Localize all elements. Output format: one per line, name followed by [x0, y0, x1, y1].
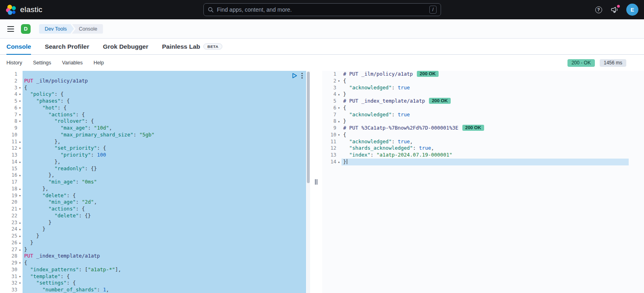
fold-close-icon[interactable]: ▴	[17, 233, 23, 239]
fold-close-icon[interactable]: ▴	[17, 226, 23, 233]
editor-line[interactable]: 27▴}	[0, 246, 310, 253]
editor-line[interactable]: 24▴ }	[0, 226, 310, 233]
kibana-dev-tools-console: elastic Find apps, content, and more. / …	[0, 0, 644, 293]
line-number: 4	[14, 91, 17, 98]
settings-button[interactable]: Settings	[33, 60, 51, 66]
fold-open-icon[interactable]: ▾	[17, 145, 23, 152]
fold-close-icon[interactable]: ▴	[336, 159, 342, 165]
tab-console[interactable]: Console	[6, 39, 31, 54]
line-gutter: 24▴	[0, 226, 23, 233]
help-button[interactable]: ?	[594, 5, 603, 14]
breadcrumb-dev-tools[interactable]: Dev Tools	[39, 24, 74, 34]
help-link-button[interactable]: Help	[93, 60, 104, 66]
editor-line[interactable]: 31▾ "template": {	[0, 273, 310, 280]
fold-open-icon[interactable]: ▾	[17, 260, 23, 266]
editor-line[interactable]: 21▾ "actions": {	[0, 206, 310, 213]
editor-line[interactable]: 28PUT _index_template/a1atp	[0, 253, 310, 260]
user-avatar[interactable]: E	[626, 4, 638, 16]
editor-line[interactable]: 23▴ }	[0, 219, 310, 226]
fold-close-icon[interactable]: ▴	[336, 91, 342, 98]
fold-open-icon[interactable]: ▾	[17, 111, 23, 118]
line-gutter: 8▾	[0, 118, 23, 125]
fold-open-icon[interactable]: ▾	[17, 91, 23, 98]
editor-scrollbar-thumb[interactable]	[307, 72, 310, 183]
tab-grok-debugger[interactable]: Grok Debugger	[103, 39, 148, 54]
fold-close-icon[interactable]: ▴	[336, 118, 342, 125]
line-gutter: 16▴	[0, 172, 23, 179]
editor-line[interactable]: 14▴ },	[0, 159, 310, 165]
editor-line[interactable]: 16▴ },	[0, 172, 310, 179]
fold-open-icon[interactable]: ▾	[17, 273, 23, 280]
editor-line[interactable]: 7▾ "actions": {	[0, 111, 310, 118]
space-avatar[interactable]: D	[21, 24, 31, 34]
editor-scrollbar[interactable]	[306, 71, 310, 293]
tab-search-profiler[interactable]: Search Profiler	[45, 39, 89, 54]
editor-line[interactable]: 18▴ },	[0, 186, 310, 192]
fold-open-icon[interactable]: ▾	[17, 98, 23, 105]
news-button[interactable]	[610, 5, 619, 14]
fold-close-icon[interactable]: ▴	[17, 219, 23, 226]
editor-line[interactable]: 30 "index_patterns": ["a1atp-*"],	[0, 266, 310, 273]
fold-close-icon[interactable]: ▴	[17, 138, 23, 145]
line-number: 24	[12, 226, 17, 233]
line-gutter: 14▴	[0, 159, 23, 165]
fold-open-icon[interactable]: ▾	[336, 105, 342, 111]
editor-line[interactable]: 29▾{	[0, 260, 310, 266]
line-gutter: 13	[322, 152, 342, 159]
line-number: 22	[12, 213, 17, 219]
breadcrumb-console[interactable]: Console	[72, 24, 103, 34]
editor-line[interactable]: 2PUT _ilm/policy/a1atp	[0, 78, 310, 85]
output-line: 11 "acknowledged": true,	[322, 138, 644, 145]
line-number: 14	[331, 159, 336, 165]
editor-line[interactable]: 15 "readonly": {}	[0, 165, 310, 172]
fold-close-icon[interactable]: ▴	[17, 246, 23, 253]
editor-line[interactable]: 17 "min_age": "0ms"	[0, 179, 310, 186]
variables-button[interactable]: Variables	[62, 60, 83, 66]
fold-open-icon[interactable]: ▾	[17, 206, 23, 213]
editor-line[interactable]: 33 "number_of_shards": 1,	[0, 287, 310, 293]
editor-line[interactable]: 11▴ },	[0, 138, 310, 145]
editor-line[interactable]: 13 "priority": 100	[0, 152, 310, 159]
request-options-button[interactable]	[301, 72, 303, 79]
editor-line[interactable]: 12▾ "set_priority": {	[0, 145, 310, 152]
editor-line[interactable]: 22 "delete": {}	[0, 213, 310, 219]
fold-open-icon[interactable]: ▾	[336, 78, 342, 85]
line-gutter: 4▾	[0, 91, 23, 98]
elastic-home-link[interactable]: elastic	[6, 4, 42, 15]
line-gutter: 9	[0, 125, 23, 132]
fold-close-icon[interactable]: ▴	[17, 172, 23, 179]
editor-line[interactable]: 6▾ "hot": {	[0, 105, 310, 111]
fold-open-icon[interactable]: ▾	[17, 280, 23, 287]
editor-line[interactable]: 5▾ "phases": {	[0, 98, 310, 105]
line-number: 32	[12, 280, 17, 287]
fold-open-icon[interactable]: ▾	[336, 132, 342, 138]
editor-line[interactable]: 4▾ "policy": {	[0, 91, 310, 98]
editor-line[interactable]: 9 "max_age": "10d",	[0, 125, 310, 132]
fold-close-icon[interactable]: ▴	[17, 239, 23, 246]
editor-line[interactable]: 1	[0, 71, 310, 78]
fold-close-icon[interactable]: ▴	[17, 159, 23, 165]
editor-line[interactable]: 32▾ "settings": {	[0, 280, 310, 287]
editor-line[interactable]: 8▾ "rollover": {	[0, 118, 310, 125]
fold-close-icon[interactable]: ▴	[17, 186, 23, 192]
fold-open-icon[interactable]: ▾	[17, 85, 23, 91]
editor-line[interactable]: 26▴ }	[0, 239, 310, 246]
send-request-button[interactable]	[292, 73, 297, 78]
fold-open-icon[interactable]: ▾	[17, 192, 23, 199]
line-number: 3	[14, 85, 17, 91]
fold-open-icon[interactable]: ▾	[17, 105, 23, 111]
menu-toggle-button[interactable]	[6, 25, 15, 33]
request-editor[interactable]: 12PUT _ilm/policy/a1atp3▾{4▾ "policy": {…	[0, 71, 310, 293]
editor-line[interactable]: 3▾{	[0, 85, 310, 91]
fold-open-icon[interactable]: ▾	[17, 118, 23, 125]
secondary-header: D Dev Tools Console	[0, 19, 644, 39]
panel-resizer[interactable]	[310, 71, 322, 293]
editor-line[interactable]: 10 "max_primary_shard_size": "5gb"	[0, 132, 310, 138]
editor-line[interactable]: 20 "min_age": "2d",	[0, 199, 310, 206]
editor-line[interactable]: 25▴ }	[0, 233, 310, 239]
history-button[interactable]: History	[6, 60, 22, 66]
tab-painless-lab[interactable]: Painless Lab BETA	[162, 39, 222, 54]
global-search-input[interactable]: Find apps, content, and more. /	[203, 3, 441, 16]
line-gutter: 4▴	[322, 91, 342, 98]
editor-line[interactable]: 19▾ "delete": {	[0, 192, 310, 199]
